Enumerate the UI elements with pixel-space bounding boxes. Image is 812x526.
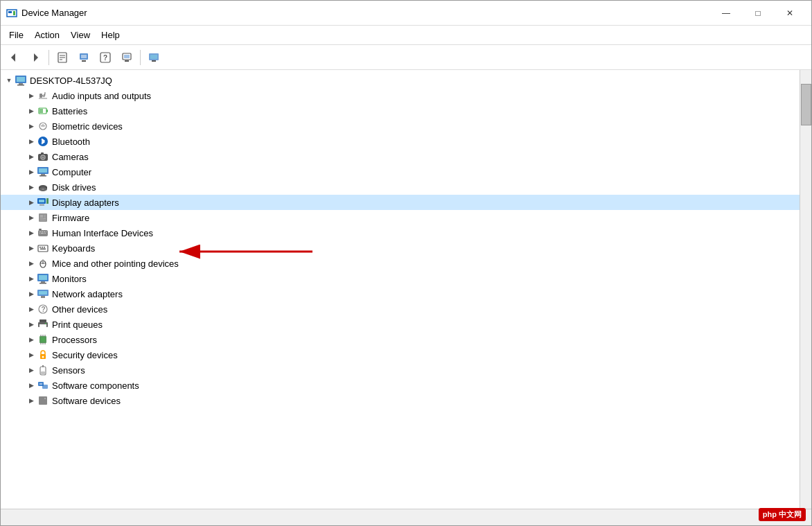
softdev-chevron: ▶: [26, 395, 37, 406]
svg-rect-1: [8, 11, 12, 13]
tree-item-biometric[interactable]: ▶ Biometric devices: [1, 119, 800, 134]
tree-item-computer[interactable]: ▶ Computer: [1, 164, 800, 179]
tree-item-processors[interactable]: ▶ Processors: [1, 332, 800, 347]
processors-chevron: ▶: [26, 334, 37, 345]
tree-item-bluetooth[interactable]: ▶ Bluetooth: [1, 134, 800, 149]
tree-root-node[interactable]: ▼ DESKTOP-4L537JQ: [1, 73, 800, 88]
tree-item-other[interactable]: ▶ ? Other devices: [1, 301, 800, 317]
sensors-chevron: ▶: [26, 365, 37, 376]
cameras-icon: [37, 150, 49, 163]
tree-item-firmware[interactable]: ▶ Firmware: [1, 210, 800, 225]
softdev-icon: [37, 394, 49, 407]
svg-rect-37: [41, 174, 45, 175]
svg-rect-22: [19, 83, 23, 85]
svg-rect-59: [39, 233, 40, 234]
svg-rect-53: [40, 220, 46, 220]
firmware-icon: [37, 211, 49, 224]
hid-icon: [37, 227, 49, 239]
maximize-button[interactable]: □: [742, 3, 774, 24]
scrollbar[interactable]: [800, 70, 811, 509]
security-icon: [37, 349, 49, 361]
audio-chevron: ▶: [26, 90, 37, 101]
tree-item-network[interactable]: ▶ Network adapters: [1, 286, 800, 301]
svg-rect-27: [46, 109, 48, 112]
menu-file[interactable]: File: [3, 28, 29, 42]
network-icon: [37, 288, 49, 300]
firmware-label: Firmware: [52, 213, 89, 223]
update-driver-button[interactable]: [73, 48, 94, 67]
tree-item-batteries[interactable]: ▶ Batteries: [1, 103, 800, 119]
tree-item-software-devices[interactable]: ▶ Software devices: [1, 393, 800, 408]
svg-point-94: [42, 356, 44, 358]
scan-button[interactable]: [116, 48, 137, 67]
tree-item-keyboards[interactable]: ▶ Keyboards: [1, 240, 800, 256]
softcomp-label: Software components: [52, 380, 139, 391]
other-icon: ?: [37, 303, 49, 315]
monitors-chevron: ▶: [26, 273, 37, 284]
tree-item-sensors[interactable]: ▶ Sensors: [1, 362, 800, 378]
close-button[interactable]: ✕: [774, 3, 806, 24]
content-area: ▼ DESKTOP-4L537JQ ▶: [1, 70, 811, 509]
tree-item-disk-drives[interactable]: ▶ Disk drives: [1, 179, 800, 195]
svg-rect-44: [39, 200, 44, 202]
other-chevron: ▶: [26, 304, 37, 315]
svg-rect-50: [44, 216, 46, 217]
minimize-button[interactable]: —: [710, 3, 742, 24]
softcomp-chevron: ▶: [26, 380, 37, 391]
help-button[interactable]: ?: [95, 48, 116, 67]
bluetooth-chevron: ▶: [26, 136, 37, 147]
mice-icon: [37, 257, 49, 270]
svg-rect-103: [44, 398, 46, 399]
cameras-chevron: ▶: [26, 151, 37, 162]
tree-item-print[interactable]: ▶ Print queues: [1, 317, 800, 332]
svg-rect-67: [40, 249, 46, 250]
monitor-button[interactable]: [143, 48, 164, 67]
device-tree[interactable]: ▼ DESKTOP-4L537JQ ▶: [1, 70, 800, 509]
root-label: DESKTOP-4L537JQ: [30, 76, 112, 86]
menu-action[interactable]: Action: [29, 28, 65, 42]
print-icon: [37, 318, 49, 331]
menu-view[interactable]: View: [65, 28, 96, 42]
status-bar: [1, 509, 811, 525]
computer-label: Computer: [52, 167, 91, 177]
php-badge: php 中文网: [759, 508, 806, 521]
scrollbar-thumb[interactable]: [801, 84, 811, 125]
softcomp-icon: [37, 379, 49, 392]
svg-rect-60: [41, 233, 44, 234]
svg-rect-77: [39, 291, 47, 295]
keyboards-label: Keyboards: [52, 243, 95, 254]
hid-label: Human Interface Devices: [52, 228, 153, 238]
menu-help[interactable]: Help: [96, 28, 125, 42]
svg-rect-84: [45, 323, 46, 324]
back-button[interactable]: [3, 48, 24, 67]
svg-text:?: ?: [103, 54, 107, 62]
tree-item-monitors[interactable]: ▶ Monitors: [1, 271, 800, 286]
monitors-icon: [37, 272, 49, 285]
tree-item-display-adapters[interactable]: ▶ Display adapters: [1, 195, 800, 210]
processors-label: Processors: [52, 335, 97, 345]
hid-chevron: ▶: [26, 227, 37, 238]
batteries-chevron: ▶: [26, 105, 37, 116]
display-adapters-label: Display adapters: [52, 198, 119, 208]
svg-rect-16: [125, 60, 129, 62]
tree-item-security[interactable]: ▶ Security devices: [1, 347, 800, 362]
svg-rect-73: [39, 275, 47, 280]
window-title: Device Manager: [21, 8, 710, 18]
print-chevron: ▶: [26, 319, 37, 330]
tree-item-hid[interactable]: ▶ Human Interface Devices: [1, 225, 800, 240]
bluetooth-label: Bluetooth: [52, 137, 90, 147]
forward-button[interactable]: [25, 48, 46, 67]
softdev-label: Software devices: [52, 396, 121, 406]
tree-item-audio[interactable]: ▶ Audio inputs and outputs: [1, 88, 800, 103]
svg-point-33: [42, 157, 44, 159]
tree-item-mice[interactable]: ▶ Mice and other pointing devices: [1, 256, 800, 271]
svg-rect-28: [39, 109, 43, 113]
svg-rect-36: [39, 168, 47, 173]
svg-rect-55: [39, 231, 41, 232]
biometric-chevron: ▶: [26, 121, 37, 132]
monitors-label: Monitors: [52, 274, 87, 284]
tree-item-software-components[interactable]: ▶ Software components: [1, 378, 800, 393]
root-chevron: ▼: [3, 75, 15, 86]
properties-button[interactable]: [52, 48, 73, 67]
tree-item-cameras[interactable]: ▶ Cameras: [1, 149, 800, 164]
